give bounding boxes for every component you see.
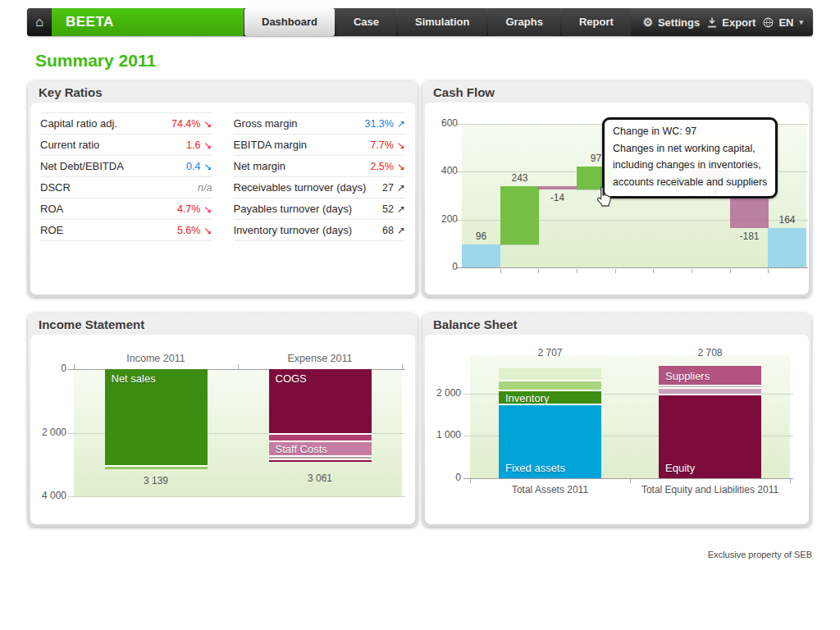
key-ratio-row: Net margin2.5%↘: [234, 156, 406, 177]
top-navbar: ⌂ BEETA Dashboard Case Simulation Graphs…: [27, 8, 813, 36]
key-ratio-row: Gross margin31.3%↗: [234, 113, 406, 135]
balance-sheet-panel: Balance Sheet 01 0002 000Total Assets 20…: [422, 313, 811, 527]
balance_sheet-segment[interactable]: [659, 385, 761, 387]
balance_sheet-segment[interactable]: [499, 380, 601, 390]
tooltip-title: Change in WC: 97: [613, 123, 767, 140]
gridline: [67, 496, 405, 497]
key-ratio-row: DSCRn/a: [40, 177, 212, 199]
key-ratio-row: Current ratio1.6↘: [40, 135, 212, 156]
bar-value-label: 164: [758, 214, 809, 226]
brand-logo[interactable]: BEETA: [52, 8, 244, 36]
tooltip-line: Changes in net working capital,: [613, 140, 767, 158]
income_statement-segment[interactable]: [269, 435, 372, 442]
cash-flow-bar[interactable]: [768, 228, 806, 267]
download-icon: [707, 17, 717, 28]
balance_sheet-segment[interactable]: [659, 387, 761, 394]
key-ratio-label: EBITDA margin: [234, 139, 371, 151]
x-axis-tick: [653, 269, 654, 273]
group-tick: [402, 364, 403, 369]
total-value-label: 2 708: [637, 347, 784, 358]
home-icon: ⌂: [35, 15, 43, 30]
chart-tooltip: Change in WC: 97 Changes in net working …: [602, 117, 778, 199]
x-axis-tick: [730, 269, 731, 273]
key-ratio-value: 4.7%↘: [177, 203, 212, 215]
tab-dashboard[interactable]: Dashboard: [244, 8, 335, 36]
settings-label: Settings: [658, 16, 700, 29]
key-ratio-label: Inventory turnover (days): [234, 224, 383, 236]
tab-graphs[interactable]: Graphs: [488, 8, 560, 36]
y-axis-label: 1 000: [427, 429, 461, 441]
key-ratio-value: 52↗: [382, 203, 405, 215]
key-ratio-label: Capital ratio adj.: [40, 117, 171, 130]
tab-case[interactable]: Case: [336, 8, 396, 36]
bar-value-label: 243: [491, 172, 549, 184]
income-statement-panel: Income Statement 02 0004 000Income 2011N…: [28, 313, 418, 527]
x-axis-label: Total Equity and Liabilities 2011: [612, 484, 809, 495]
total-value-label: 2 707: [477, 347, 624, 358]
y-axis-label: 2 000: [427, 387, 461, 399]
income-statement-body: 02 0004 000Income 2011Net sales3 139Expe…: [30, 335, 415, 524]
dashboard-grid: Key Ratios Capital ratio adj.74.4%↘Curre…: [28, 81, 813, 527]
x-axis-tick: [615, 269, 616, 273]
balance_sheet-segment[interactable]: Inventory: [499, 390, 601, 404]
trend-down-icon: ↘: [203, 118, 212, 130]
segment-label: Staff Costs: [276, 443, 327, 455]
income_statement-segment[interactable]: COGS: [269, 369, 372, 435]
cash-flow-body: Change in WC: 97 Changes in net working …: [425, 103, 809, 294]
x-axis-tick: [692, 269, 692, 273]
income_statement-segment[interactable]: [269, 460, 372, 463]
balance_sheet-segment[interactable]: Fixed assets: [499, 404, 601, 478]
trend-down-icon: ↘: [203, 161, 212, 172]
income_statement-segment[interactable]: Staff Costs: [269, 442, 372, 457]
cash-flow-bar[interactable]: [538, 186, 577, 189]
x-axis-tick: [768, 269, 769, 273]
key-ratios-title: Key Ratios: [30, 84, 415, 103]
cash-flow-bar[interactable]: [462, 244, 500, 267]
tab-simulation[interactable]: Simulation: [398, 8, 486, 36]
income_statement-segment[interactable]: Net sales: [105, 369, 208, 467]
key-ratio-row: ROE5.6%↘: [40, 220, 212, 241]
key-ratio-label: Net Debt/EBITDA: [40, 160, 186, 172]
y-axis-label: 0: [427, 472, 461, 483]
language-label: EN: [778, 16, 793, 29]
trend-down-icon: ↘: [397, 161, 405, 172]
key-ratio-value: 74.4%↘: [171, 118, 212, 130]
x-axis-tick: [577, 269, 578, 273]
globe-icon: [763, 17, 774, 28]
balance_sheet-segment[interactable]: [499, 368, 601, 380]
key-ratio-value: 31.3%↗: [364, 118, 405, 130]
language-button[interactable]: EN ▾: [763, 16, 803, 29]
key-ratio-row: Inventory turnover (days)68↗: [234, 220, 406, 241]
nav-actions: ⚙ Settings Export EN ▾: [642, 8, 813, 36]
y-axis-label: 2 000: [32, 427, 66, 438]
key-ratio-value: n/a: [198, 182, 212, 194]
key-ratio-label: Payables turnover (days): [234, 203, 383, 215]
group-tick: [74, 364, 75, 369]
settings-button[interactable]: ⚙ Settings: [642, 16, 700, 29]
segment-label: COGS: [276, 372, 307, 385]
trend-down-icon: ↘: [203, 203, 212, 215]
nav-tabs: Dashboard Case Simulation Graphs Report: [244, 8, 632, 36]
income_statement-segment[interactable]: [105, 467, 208, 468]
key-ratio-row: Receivables turnover (days)27↗: [234, 177, 406, 199]
key-ratio-value: 27↗: [382, 182, 405, 194]
group-tick: [470, 479, 471, 483]
y-axis-label: 400: [425, 165, 458, 176]
key-ratio-label: DSCR: [40, 181, 198, 194]
tooltip-line: including changes in inventories,: [613, 157, 767, 174]
caret-down-icon: ▾: [799, 18, 803, 26]
total-value-label: 3 061: [246, 472, 394, 484]
y-axis-label: 0: [32, 363, 66, 374]
trend-down-icon: ↘: [203, 225, 212, 236]
group-tick: [238, 364, 239, 369]
tab-report[interactable]: Report: [562, 8, 631, 36]
balance_sheet-segment[interactable]: Suppliers: [659, 366, 761, 385]
key-ratio-value: 1.6↘: [186, 139, 212, 151]
trend-up-icon: ↗: [397, 225, 405, 236]
key-ratio-value: 5.6%↘: [177, 225, 212, 236]
export-button[interactable]: Export: [707, 16, 756, 29]
home-button[interactable]: ⌂: [27, 8, 52, 36]
segment-label: Equity: [665, 462, 695, 474]
footer-note: Exclusive property of SEB: [0, 550, 812, 559]
balance_sheet-segment[interactable]: Equity: [659, 394, 761, 478]
